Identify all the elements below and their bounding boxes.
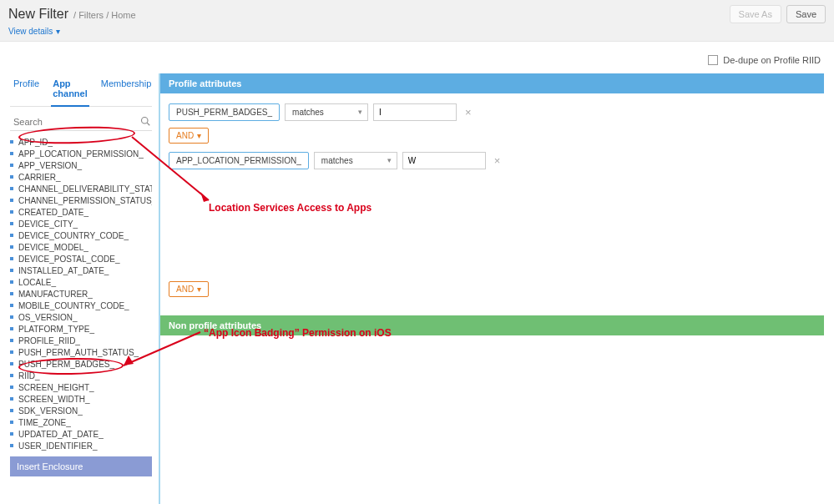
- attribute-item[interactable]: UPDATED_AT_DATE_: [10, 428, 152, 440]
- attribute-label: PROFILE_RIID_: [18, 336, 80, 345]
- bullet-icon: [10, 444, 13, 447]
- attribute-item[interactable]: MOBILE_COUNTRY_CODE_: [10, 300, 152, 311]
- attribute-label: TIME_ZONE_: [18, 418, 71, 427]
- attribute-item[interactable]: CREATED_DATE_: [10, 206, 152, 218]
- attribute-item[interactable]: PUSH_PERM_BADGES_: [10, 358, 152, 370]
- attribute-item[interactable]: DEVICE_CITY_: [10, 218, 152, 229]
- bullet-icon: [10, 280, 13, 284]
- attribute-item[interactable]: OS_VERSION_: [10, 311, 152, 323]
- bullet-icon: [10, 421, 13, 424]
- attribute-item[interactable]: CARRIER_: [10, 171, 152, 183]
- bullet-icon: [10, 374, 13, 377]
- attribute-label: APP_LOCATION_PERMISSION_: [18, 149, 144, 159]
- bullet-icon: [10, 397, 13, 401]
- attribute-label: PLATFORM_TYPE_: [18, 325, 94, 334]
- tab-app-channel[interactable]: App channel: [51, 73, 89, 107]
- and-connector[interactable]: AND▾: [169, 128, 209, 144]
- attribute-item[interactable]: APP_VERSION_: [10, 159, 152, 171]
- remove-rule-button[interactable]: ×: [462, 106, 475, 118]
- attribute-label: CHANNEL_PERMISSION_STATUS_: [18, 196, 152, 205]
- attribute-item[interactable]: SDK_VERSION_: [10, 405, 152, 416]
- rule-value-input[interactable]: [402, 152, 486, 169]
- search-input[interactable]: [10, 113, 152, 131]
- svg-line-1: [147, 123, 149, 125]
- attribute-item[interactable]: DEVICE_COUNTRY_CODE_: [10, 229, 152, 241]
- attribute-label: CREATED_DATE_: [18, 208, 88, 217]
- breadcrumb: / Filters / Home: [73, 10, 136, 20]
- insert-enclosure-button[interactable]: Insert Enclosure: [10, 456, 152, 476]
- attribute-label: CARRIER_: [18, 173, 61, 182]
- view-details-link[interactable]: View details ▾: [8, 27, 60, 36]
- attribute-item[interactable]: USER_IDENTIFIER_: [10, 440, 152, 451]
- bullet-icon: [10, 164, 13, 167]
- attribute-label: PUSH_PERM_AUTH_STATUS_: [18, 348, 139, 357]
- bullet-icon: [10, 304, 13, 307]
- remove-rule-button[interactable]: ×: [491, 154, 504, 167]
- rule-field-chip[interactable]: PUSH_PERM_BADGES_: [169, 103, 280, 121]
- attribute-item[interactable]: TIME_ZONE_: [10, 416, 152, 428]
- attribute-label: DEVICE_CITY_: [18, 219, 78, 229]
- chevron-down-icon: ▾: [197, 131, 201, 140]
- dedupe-checkbox[interactable]: [708, 55, 718, 65]
- rule-operator-select[interactable]: matches: [285, 103, 368, 121]
- topbar: New Filter / Filters / Home Save As Save…: [0, 0, 834, 42]
- bullet-icon: [10, 327, 13, 330]
- bullet-icon: [10, 175, 13, 179]
- attribute-tabs: Profile App channel Membership: [10, 73, 152, 107]
- attribute-label: INSTALLED_AT_DATE_: [18, 266, 109, 275]
- bullet-icon: [10, 350, 13, 354]
- page-title: New Filter: [8, 7, 68, 22]
- attribute-label: DEVICE_MODEL_: [18, 243, 88, 252]
- attribute-item[interactable]: DEVICE_POSTAL_CODE_: [10, 253, 152, 265]
- attribute-label: PUSH_PERM_BADGES_: [18, 360, 114, 369]
- tab-membership[interactable]: Membership: [99, 73, 154, 106]
- bullet-icon: [10, 234, 13, 237]
- attribute-item[interactable]: PUSH_PERM_AUTH_STATUS_: [10, 346, 152, 358]
- attribute-item[interactable]: CHANNEL_DELIVERABILITY_STATUS_: [10, 183, 152, 194]
- attribute-label: UPDATED_AT_DATE_: [18, 430, 104, 439]
- bullet-icon: [10, 140, 13, 144]
- bullet-icon: [10, 269, 13, 272]
- attribute-item[interactable]: PLATFORM_TYPE_: [10, 323, 152, 335]
- filter-rule: PUSH_PERM_BADGES_ matches ×: [169, 103, 816, 121]
- save-button[interactable]: Save: [786, 5, 826, 23]
- attribute-item[interactable]: MANUFACTURER_: [10, 288, 152, 300]
- and-connector[interactable]: AND▾: [169, 281, 209, 297]
- attribute-item[interactable]: RIID_: [10, 370, 152, 381]
- bullet-icon: [10, 409, 13, 412]
- attribute-label: APP_VERSION_: [18, 161, 82, 170]
- svg-point-0: [142, 118, 149, 124]
- attribute-item[interactable]: PROFILE_RIID_: [10, 335, 152, 346]
- bullet-icon: [10, 386, 13, 389]
- attribute-item[interactable]: LOCALE_: [10, 276, 152, 288]
- bullet-icon: [10, 257, 13, 260]
- bullet-icon: [10, 315, 13, 319]
- save-as-button[interactable]: Save As: [730, 5, 781, 23]
- attribute-label: CHANNEL_DELIVERABILITY_STATUS_: [18, 184, 152, 194]
- search-icon[interactable]: [140, 116, 150, 128]
- rule-operator-select[interactable]: matches: [314, 152, 397, 169]
- non-profile-attributes-header: Non profile attributes: [160, 315, 824, 335]
- attribute-item[interactable]: APP_LOCATION_PERMISSION_: [10, 148, 152, 159]
- filter-rule: APP_LOCATION_PERMISSION_ matches ×: [169, 152, 816, 169]
- rule-value-input[interactable]: [373, 103, 457, 121]
- bullet-icon: [10, 292, 13, 295]
- attribute-item[interactable]: SCREEN_HEIGHT_: [10, 381, 152, 393]
- attribute-item[interactable]: APP_ID_: [10, 136, 152, 148]
- attribute-item[interactable]: DEVICE_MODEL_: [10, 241, 152, 253]
- attribute-item[interactable]: CHANNEL_PERMISSION_STATUS_: [10, 194, 152, 206]
- bullet-icon: [10, 152, 13, 155]
- tab-profile[interactable]: Profile: [12, 73, 41, 106]
- attribute-label: RIID_: [18, 371, 40, 381]
- bullet-icon: [10, 199, 13, 202]
- view-details-label: View details: [8, 27, 53, 36]
- attribute-item[interactable]: INSTALLED_AT_DATE_: [10, 265, 152, 276]
- attribute-label: SCREEN_HEIGHT_: [18, 383, 94, 392]
- attribute-label: SDK_VERSION_: [18, 406, 83, 416]
- attribute-label: DEVICE_COUNTRY_CODE_: [18, 231, 129, 240]
- attribute-label: MOBILE_COUNTRY_CODE_: [18, 301, 129, 310]
- attribute-label: MANUFACTURER_: [18, 290, 93, 299]
- attribute-item[interactable]: SCREEN_WIDTH_: [10, 393, 152, 405]
- bullet-icon: [10, 222, 13, 225]
- rule-field-chip[interactable]: APP_LOCATION_PERMISSION_: [169, 152, 309, 169]
